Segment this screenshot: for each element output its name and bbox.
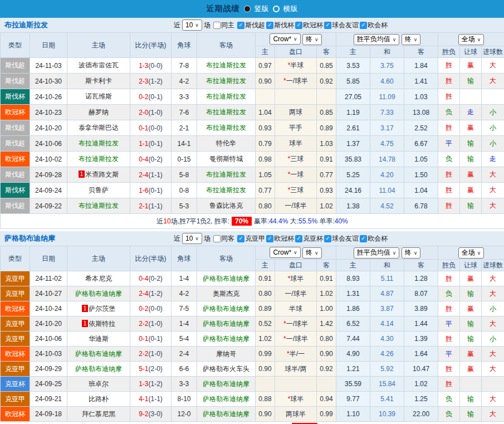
league-filter-球会友谊[interactable]: ✓球会友谊 [324,234,359,243]
ah-away-odds: 1.02 [317,198,336,214]
odds-stage-select[interactable]: 终∨ [302,34,322,45]
league-filter-斯伐超[interactable]: ✓斯伐超 [237,21,265,30]
league-filter-欧会杯[interactable]: ✓欧会杯 [360,234,388,243]
result-outcome: 负 [438,392,460,407]
home-team[interactable]: 泰拿华斯巴达 [67,120,130,136]
home-team[interactable]: 1依斯特拉 [67,316,130,332]
away-team[interactable]: 摩纳哥 [197,347,256,362]
home-team[interactable]: 比路朴 [67,392,130,407]
recent-count-select[interactable]: 10∨ [182,233,202,244]
result-goals: 大 [482,271,504,286]
home-team[interactable]: 1米查路文斯 [67,167,130,183]
league-filter-克亚杯[interactable]: ✓克亚杯 [295,234,323,243]
match-score: 0-4(0-2) [130,152,172,167]
home-team[interactable]: 赫罗纳 [67,105,130,120]
match-score: 2-2(1-0) [130,347,172,362]
result-outcome: 负 [438,407,460,422]
away-team[interactable]: 萨格勒布迪纳摩 [197,377,256,392]
home-team[interactable]: 萨格勒布迪纳摩 [67,362,130,377]
eu-draw-odds: 14.78 [370,152,404,167]
league-badge: 斯伐超 [1,198,30,214]
home-team[interactable]: 布拉迪斯拉发 [67,152,130,167]
league-filter-斯伐杯[interactable]: ✓斯伐杯 [266,21,294,30]
away-team[interactable]: 布拉迪斯拉发 [197,167,256,183]
ah-away-odds: 1.02 [317,286,336,301]
result-goals: 大 [482,198,504,214]
away-team[interactable]: 布拉迪斯拉发 [197,105,256,120]
scope-select[interactable]: 全场∨ [458,34,485,45]
away-team[interactable]: 萨格勒布迪纳摩 [197,332,256,347]
away-team[interactable]: 萨格勒布迪纳摩 [197,392,256,407]
radio-horizontal-layout[interactable] [273,6,280,12]
league-filter-欧冠杯[interactable]: ✓欧冠杯 [295,21,323,30]
away-team[interactable]: 奥斯杰克 [197,286,256,301]
league-filter-球会友谊[interactable]: ✓球会友谊 [324,21,359,30]
chevron-down-icon: ∨ [477,250,481,256]
away-team[interactable]: 萨格勒布迪纳摩 [197,407,256,422]
radio-vertical-label[interactable]: 竖版 [255,4,269,14]
result-goals: 大 [482,392,504,407]
match-row: 欧冠杯24-10-241萨尔茨堡0-2(0-0)7-5萨格勒布迪纳摩0.89半球… [1,301,504,316]
away-team[interactable]: 萨格勒布迪纳摩 [197,271,256,286]
league-filter-克亚甲[interactable]: ✓克亚甲 [237,234,265,243]
away-team[interactable]: 布拉迪斯拉发 [197,183,256,198]
home-team[interactable]: 拜仁慕尼黑 [67,407,130,422]
away-team[interactable]: 布拉迪斯拉发 [197,89,256,105]
away-team[interactable]: 布拉迪斯拉发 [197,58,256,74]
col-away: 客场 [197,246,256,271]
home-team[interactable]: 波德布雷佐瓦 [67,58,130,74]
league-filter-欧冠杯[interactable]: ✓欧冠杯 [266,234,294,243]
odds-company-select[interactable]: Crow*∨ [270,247,300,258]
away-team[interactable]: 曼彻斯特城 [197,152,256,167]
result-goals: 走 [482,152,504,167]
scope-select[interactable]: 全场∨ [458,247,485,259]
home-team[interactable]: 布拉迪斯拉发 [67,136,130,152]
away-team[interactable]: 萨格勒布火车头 [197,362,256,377]
away-team[interactable]: 鲁森比洛克 [197,198,256,214]
home-team[interactable]: 华迪斯 [67,332,130,347]
home-team[interactable]: 布拉迪斯拉发 [67,198,130,214]
subcol-outcome: 胜负 [438,260,460,271]
home-team[interactable]: 贝鲁萨 [67,183,130,198]
match-date: 24-10-23 [30,105,67,120]
team-name[interactable]: 布拉迪斯拉发 [0,20,174,30]
europe-source-select[interactable]: 胜平负均值∨ [354,247,400,259]
corner-score: 8-10 [172,392,197,407]
red-card-badge: 1 [82,320,89,327]
eu-draw-odds: 5.41 [370,392,404,407]
ah-away-odds: 0.93 [317,183,336,198]
match-date: 24-11-03 [30,58,67,74]
europe-source-select[interactable]: 胜平负均值∨ [354,34,400,45]
away-team[interactable]: 布拉迪斯拉发 [197,74,256,89]
europe-stage-select[interactable]: 终∨ [402,247,421,259]
team-name[interactable]: 萨格勒布迪纳摩 [0,233,174,243]
ah-away-odds: 1.00 [317,301,336,316]
subcol-handicap-result: 让球 [460,260,482,271]
away-team[interactable]: 萨格勒布迪纳摩 [197,301,256,316]
recent-count-select[interactable]: 10∨ [182,20,202,31]
league-filter-欧会杯[interactable]: ✓欧会杯 [360,21,388,30]
home-team[interactable]: 萨格勒布迪纳摩 [67,286,130,301]
europe-group-header: 胜平负均值∨ 终∨ [336,33,438,46]
home-team[interactable]: 希本尼克 [67,271,130,286]
europe-stage-select[interactable]: 终∨ [402,34,421,45]
away-team[interactable]: 特伦辛 [197,136,256,152]
home-team[interactable]: 萨格勒布迪纳摩 [67,347,130,362]
chevron-down-icon: ∨ [293,36,297,42]
radio-horizontal-label[interactable]: 横版 [283,4,298,14]
odds-stage-select[interactable]: 终∨ [302,247,322,259]
away-team[interactable]: 萨格勒布迪纳摩 [197,316,256,332]
home-team[interactable]: 斯卡利卡 [67,74,130,89]
odds-company-select[interactable]: Crow*∨ [270,33,300,45]
eu-away-odds: 13.08 [404,105,438,120]
home-team[interactable]: 班卓尔 [67,377,130,392]
same-venue-filter[interactable]: 同主 [213,21,234,30]
league-badge: 欧冠杯 [1,347,30,362]
corner-score: 5-3 [172,198,197,214]
radio-vertical-layout[interactable] [244,6,251,12]
near-label: 近 [174,234,180,243]
home-team[interactable]: 1萨尔茨堡 [67,301,130,316]
home-team[interactable]: 诺瓦维斯 [67,89,130,105]
away-team[interactable]: 布拉迪斯拉发 [197,120,256,136]
same-venue-filter[interactable]: 同客 [213,234,234,243]
